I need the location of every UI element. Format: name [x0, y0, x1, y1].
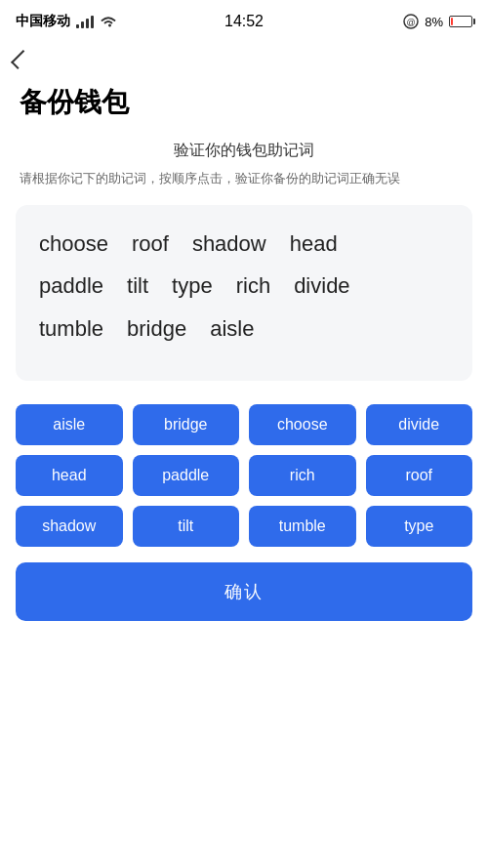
word-buttons-grid: aislebridgechoosedivideheadpaddlerichroo…: [16, 404, 472, 547]
status-bar-left: 中国移动: [16, 13, 117, 30]
display-word-item: paddle: [39, 267, 103, 306]
word-button[interactable]: head: [16, 455, 123, 496]
word-button[interactable]: bridge: [133, 404, 240, 445]
wifi-icon: [100, 15, 117, 28]
status-bar-right: @ 8%: [403, 14, 472, 29]
word-button[interactable]: type: [366, 506, 473, 547]
signal-bar-1: [76, 24, 79, 28]
signal-bar-2: [81, 21, 84, 28]
svg-text:@: @: [407, 18, 416, 27]
display-word-item: aisle: [210, 310, 254, 349]
back-button[interactable]: [0, 43, 41, 76]
battery-percent: 8%: [425, 15, 443, 29]
word-button[interactable]: paddle: [133, 455, 240, 496]
status-bar: 中国移动 14:52 @ 8%: [0, 0, 488, 43]
display-word-item: choose: [39, 225, 108, 264]
signal-icon: [76, 15, 94, 28]
display-word-item: shadow: [192, 225, 266, 264]
section-title: 验证你的钱包助记词: [0, 141, 488, 161]
section-desc: 请根据你记下的助记词，按顺序点击，验证你备份的助记词正确无误: [0, 169, 488, 189]
word-button[interactable]: roof: [366, 455, 473, 496]
confirm-button-wrap: 确认: [16, 562, 472, 621]
signal-bar-4: [91, 16, 94, 28]
display-word-item: type: [172, 267, 213, 306]
display-word-item: bridge: [127, 310, 186, 349]
battery-icon: [449, 16, 472, 27]
display-rows: chooseroofshadowheadpaddletilttyperichdi…: [39, 225, 449, 349]
word-button[interactable]: choose: [249, 404, 356, 445]
word-button[interactable]: tumble: [249, 506, 356, 547]
confirm-button[interactable]: 确认: [16, 562, 472, 621]
display-word-row: paddletilttyperichdivide: [39, 267, 449, 306]
word-button[interactable]: tilt: [133, 506, 240, 547]
page-title: 备份钱包: [0, 76, 488, 141]
display-word-item: divide: [294, 267, 349, 306]
display-word-row: tumblebridgeaisle: [39, 310, 449, 349]
display-word-row: chooseroofshadowhead: [39, 225, 449, 264]
signal-bar-3: [86, 19, 89, 28]
word-display-area: chooseroofshadowheadpaddletilttyperichdi…: [16, 205, 472, 381]
word-button[interactable]: divide: [366, 404, 473, 445]
display-word-item: rich: [236, 267, 270, 306]
battery-fill: [451, 18, 453, 25]
circle-icon: @: [403, 14, 419, 29]
word-button[interactable]: aisle: [16, 404, 123, 445]
display-word-item: head: [290, 225, 338, 264]
display-word-item: tilt: [127, 267, 148, 306]
word-button[interactable]: shadow: [16, 506, 123, 547]
carrier-label: 中国移动: [16, 13, 70, 30]
display-word-item: roof: [132, 225, 169, 264]
back-arrow-icon: [11, 50, 30, 69]
word-button[interactable]: rich: [249, 455, 356, 496]
status-bar-time: 14:52: [224, 13, 264, 30]
display-word-item: tumble: [39, 310, 103, 349]
